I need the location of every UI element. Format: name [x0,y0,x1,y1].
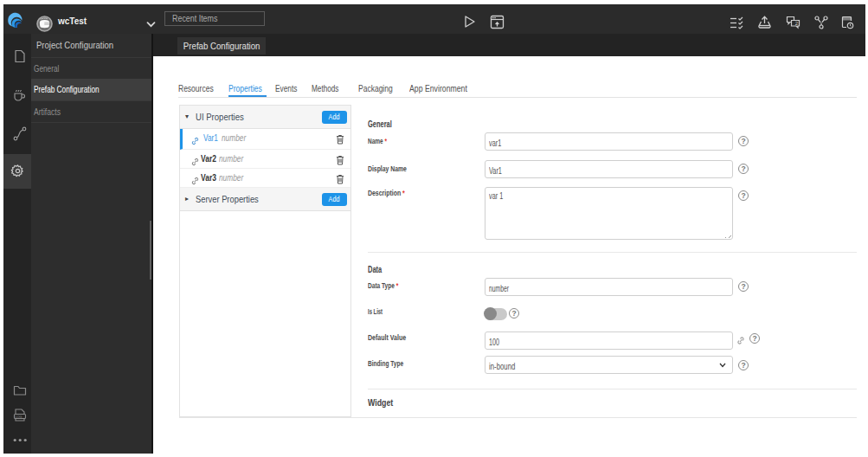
svg-text:LOG: LOG [16,415,23,419]
